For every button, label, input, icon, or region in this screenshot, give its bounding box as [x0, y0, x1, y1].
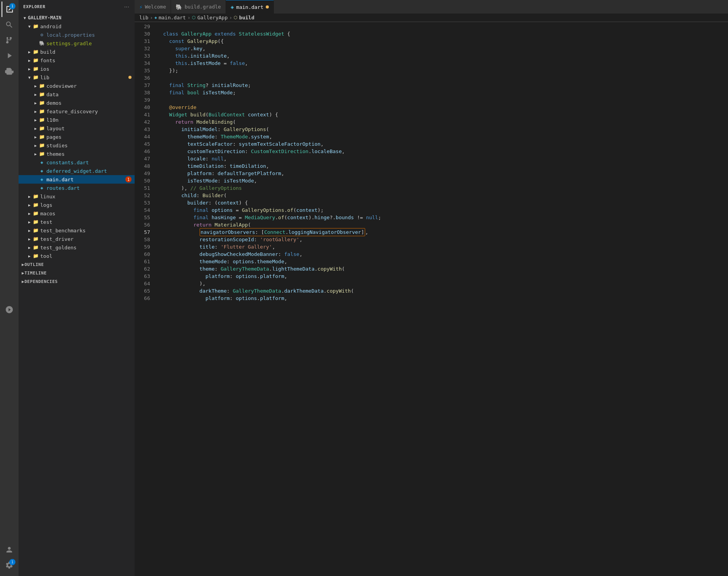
sidebar-tree[interactable]: ▼ GALLERY-MAIN ▼ 📁 android ▶ ⚙ local.pro… [19, 14, 135, 576]
ln-39: 39 [135, 96, 150, 104]
ln-62: 62 [135, 265, 150, 273]
more-actions-button[interactable]: ··· [123, 3, 130, 11]
macos-folder-icon: 📁 [32, 210, 39, 216]
ln-58: 58 [135, 236, 150, 243]
sidebar-item-test-goldens[interactable]: ▶ 📁 test_goldens [19, 243, 135, 252]
breadcrumb-main-dart[interactable]: main.dart [159, 15, 186, 20]
outline-label: OUTLINE [24, 262, 44, 267]
local-properties-label: local.properties [46, 32, 135, 38]
sidebar-item-fonts[interactable]: ▶ 📁 fonts [19, 56, 135, 65]
ln-65: 65 [135, 287, 150, 295]
settings-icon[interactable]: 1 [2, 557, 17, 573]
build-gradle-tab-label: build.gradle [185, 4, 221, 10]
code-line-63: platform: options.platform, [157, 273, 728, 280]
data-label: data [46, 92, 135, 97]
ln-57: 57 [135, 228, 150, 236]
sidebar-item-settings-gradle[interactable]: ▶ 🐘 settings.gradle [19, 39, 135, 48]
sidebar-item-lib[interactable]: ▼ 📁 lib [19, 73, 135, 82]
sidebar-item-test[interactable]: ▶ 📁 test [19, 218, 135, 226]
android-folder-icon: 📁 [32, 23, 39, 29]
sidebar-item-layout[interactable]: ▶ 📁 layout [19, 124, 135, 133]
ln-54: 54 [135, 206, 150, 214]
breadcrumb-gallery-app[interactable]: GalleryApp [197, 15, 227, 20]
line-numbers: 29 30 31 32 33 34 35 36 37 38 39 40 41 4… [135, 22, 154, 576]
timeline-arrow: ▶ [22, 271, 24, 276]
welcome-tab-icon: ⚡ [139, 4, 142, 10]
ln-56: 56 [135, 221, 150, 228]
sidebar-item-tool[interactable]: ▶ 📁 tool [19, 252, 135, 260]
sidebar-item-constants-dart[interactable]: ▶ ◈ constants.dart [19, 158, 135, 167]
breadcrumb-lib[interactable]: lib [139, 15, 148, 20]
code-line-30: class GalleryApp extends StatelessWidget… [157, 30, 728, 37]
sidebar-item-deferred-widget-dart[interactable]: ▶ ◈ deferred_widget.dart [19, 167, 135, 175]
account-icon[interactable] [2, 542, 17, 557]
sidebar-item-main-dart[interactable]: ▶ ◈ main.dart 1 [19, 175, 135, 184]
sidebar-item-local-properties[interactable]: ▶ ⚙ local.properties [19, 31, 135, 39]
run-debug-icon[interactable] [2, 48, 17, 63]
lightbulb-icon[interactable]: 💡 [154, 228, 155, 236]
sidebar-item-pages[interactable]: ▶ 📁 pages [19, 133, 135, 141]
sidebar-item-themes[interactable]: ▶ 📁 themes [19, 150, 135, 158]
root-folder[interactable]: ▼ GALLERY-MAIN [19, 14, 135, 22]
timeline-label: TIMELINE [24, 271, 46, 276]
build-folder-icon: 📁 [32, 49, 39, 55]
tab-welcome[interactable]: ⚡ Welcome [135, 0, 171, 14]
sidebar-item-test-driver[interactable]: ▶ 📁 test_driver [19, 235, 135, 243]
sidebar-item-linux[interactable]: ▶ 📁 linux [19, 192, 135, 201]
settings-gradle-label: settings.gradle [46, 41, 135, 46]
sidebar-item-build[interactable]: ▶ 📁 build [19, 48, 135, 56]
code-line-62: theme: GalleryThemeData.lightThemeData.c… [157, 265, 728, 273]
fonts-label: fonts [40, 58, 135, 63]
fd-arrow: ▶ [32, 108, 39, 114]
outline-section[interactable]: ▶ OUTLINE [19, 260, 135, 269]
ln-60: 60 [135, 251, 150, 258]
source-control-icon[interactable] [2, 32, 17, 48]
sidebar-item-demos[interactable]: ▶ 📁 demos [19, 99, 135, 107]
fd-label: feature_discovery [46, 109, 135, 114]
tab-build-gradle[interactable]: 🐘 build.gradle [171, 0, 226, 14]
macos-arrow: ▶ [26, 210, 32, 216]
remote-icon[interactable] [2, 302, 17, 317]
sidebar-item-studies[interactable]: ▶ 📁 studies [19, 141, 135, 150]
code-line-55: final hasHinge = MediaQuery.of(context).… [157, 214, 728, 221]
code-line-29 [157, 23, 728, 30]
fd-folder-icon: 📁 [39, 108, 45, 114]
ln-51: 51 [135, 184, 150, 192]
sidebar-item-test-benchmarks[interactable]: ▶ 📁 test_benchmarks [19, 226, 135, 235]
android-arrow: ▼ [26, 23, 32, 29]
tab-main-dart[interactable]: ◈ main.dart [226, 0, 274, 14]
root-label: GALLERY-MAIN [28, 15, 135, 20]
tg-folder-icon: 📁 [32, 244, 39, 251]
sidebar-item-routes-dart[interactable]: ▶ ◈ routes.dart [19, 184, 135, 192]
search-icon[interactable] [2, 17, 17, 32]
code-line-60: debugShowCheckedModeBanner: false, [157, 251, 728, 258]
explorer-icon[interactable]: 1 [2, 2, 17, 17]
layout-folder-icon: 📁 [39, 125, 45, 131]
extensions-icon[interactable] [2, 63, 17, 79]
sidebar-item-android[interactable]: ▼ 📁 android [19, 22, 135, 31]
sidebar-item-ios[interactable]: ▶ 📁 ios [19, 65, 135, 73]
root-arrow: ▼ [22, 15, 28, 21]
code-line-33: this.initialRoute, [157, 52, 728, 60]
sidebar-item-feature-discovery[interactable]: ▶ 📁 feature_discovery [19, 107, 135, 116]
lib-folder-icon: 📁 [32, 74, 39, 80]
sidebar-item-codeviewer[interactable]: ▶ 📁 codeviewer [19, 82, 135, 90]
sidebar: EXPLORER ··· ▼ GALLERY-MAIN ▼ 📁 android … [19, 0, 135, 576]
code-line-40: @override [157, 104, 728, 111]
timeline-section[interactable]: ▶ TIMELINE [19, 269, 135, 277]
sidebar-item-l10n[interactable]: ▶ 📁 l10n [19, 116, 135, 124]
sidebar-item-data[interactable]: ▶ 📁 data [19, 90, 135, 99]
code-line-64: ), [157, 280, 728, 287]
themes-folder-icon: 📁 [39, 151, 45, 157]
sidebar-item-macos[interactable]: ▶ 📁 macos [19, 209, 135, 218]
build-label: build [40, 49, 135, 55]
td-folder-icon: 📁 [32, 236, 39, 242]
dependencies-section[interactable]: ▶ DEPENDENCIES [19, 277, 135, 286]
tool-label: tool [40, 253, 135, 259]
breadcrumb-build[interactable]: build [239, 15, 254, 20]
breadcrumb-sep3: › [229, 15, 232, 20]
sidebar-item-logs[interactable]: ▶ 📁 logs [19, 201, 135, 209]
pages-arrow: ▶ [32, 134, 39, 140]
code-area[interactable]: class GalleryApp extends StatelessWidget… [154, 22, 728, 576]
ln-50: 50 [135, 177, 150, 184]
